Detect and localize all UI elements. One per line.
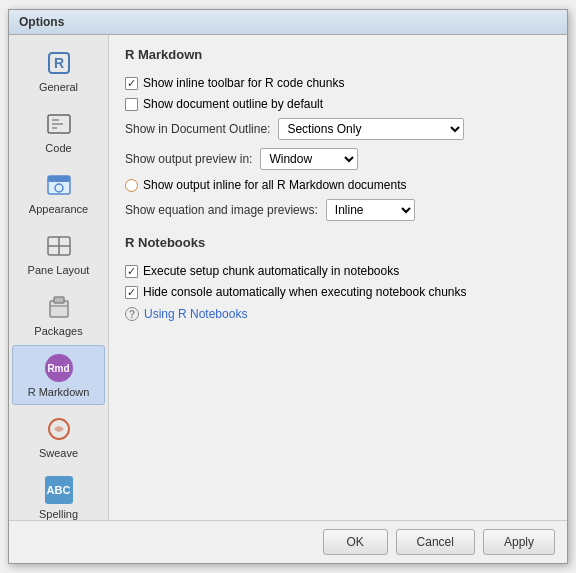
check3-row: Show output inline for all R Markdown do… bbox=[125, 178, 551, 192]
check1-checkbox[interactable]: ✓ bbox=[125, 77, 138, 90]
sidebar-item-packages[interactable]: Packages bbox=[12, 284, 105, 344]
sidebar: R General Code bbox=[9, 35, 109, 520]
sweave-icon bbox=[43, 413, 75, 445]
rmd-icon: Rmd bbox=[43, 352, 75, 384]
equation-label: Show equation and image previews: bbox=[125, 203, 318, 217]
apply-button[interactable]: Apply bbox=[483, 529, 555, 555]
footer: OK Cancel Apply bbox=[9, 520, 567, 563]
sidebar-item-spelling[interactable]: ABC Spelling bbox=[12, 467, 105, 520]
section2-title: R Notebooks bbox=[125, 235, 551, 254]
check5-checkbox[interactable]: ✓ bbox=[125, 286, 138, 299]
sidebar-item-pane-layout[interactable]: Pane Layout bbox=[12, 223, 105, 283]
pane-icon bbox=[43, 230, 75, 262]
preview-label: Show output preview in: bbox=[125, 152, 252, 166]
check3-label[interactable]: Show output inline for all R Markdown do… bbox=[125, 178, 406, 192]
sidebar-label-rmarkdown: R Markdown bbox=[28, 386, 90, 398]
check3-checkbox[interactable] bbox=[125, 179, 138, 192]
options-dialog: Options R General bbox=[8, 9, 568, 564]
section1-title: R Markdown bbox=[125, 47, 551, 66]
code-icon bbox=[43, 108, 75, 140]
general-icon: R bbox=[43, 47, 75, 79]
ok-button[interactable]: OK bbox=[323, 529, 388, 555]
svg-rect-7 bbox=[48, 176, 70, 182]
sidebar-item-appearance[interactable]: Appearance bbox=[12, 162, 105, 222]
help-link-text: Using R Notebooks bbox=[144, 307, 247, 321]
main-panel: R Markdown ✓ Show inline toolbar for R c… bbox=[109, 35, 567, 520]
check4-checkbox[interactable]: ✓ bbox=[125, 265, 138, 278]
sidebar-item-general[interactable]: R General bbox=[12, 40, 105, 100]
appearance-icon bbox=[43, 169, 75, 201]
sidebar-item-code[interactable]: Code bbox=[12, 101, 105, 161]
sidebar-item-rmarkdown[interactable]: Rmd R Markdown bbox=[12, 345, 105, 405]
sidebar-label-sweave: Sweave bbox=[39, 447, 78, 459]
sidebar-label-packages: Packages bbox=[34, 325, 82, 337]
preview-select[interactable]: Window Viewer Pane None bbox=[260, 148, 358, 170]
check5-row: ✓ Hide console automatically when execut… bbox=[125, 285, 551, 299]
equation-row: Show equation and image previews: Inline… bbox=[125, 199, 551, 221]
dialog-title: Options bbox=[19, 15, 64, 29]
content-area: R General Code bbox=[9, 35, 567, 520]
spelling-icon: ABC bbox=[43, 474, 75, 506]
outline-row: Show in Document Outline: Sections Only … bbox=[125, 118, 551, 140]
sidebar-label-code: Code bbox=[45, 142, 71, 154]
sidebar-label-pane-layout: Pane Layout bbox=[28, 264, 90, 276]
help-link[interactable]: ? Using R Notebooks bbox=[125, 307, 551, 321]
svg-text:R: R bbox=[53, 55, 63, 71]
title-bar: Options bbox=[9, 10, 567, 35]
check1-label[interactable]: ✓ Show inline toolbar for R code chunks bbox=[125, 76, 344, 90]
sidebar-label-spelling: Spelling bbox=[39, 508, 78, 520]
check1-row: ✓ Show inline toolbar for R code chunks bbox=[125, 76, 551, 90]
svg-rect-13 bbox=[54, 297, 64, 303]
equation-select[interactable]: Inline In a Tooltip Never bbox=[326, 199, 415, 221]
check2-checkbox[interactable] bbox=[125, 98, 138, 111]
outline-select[interactable]: Sections Only Sections and Named Chunks … bbox=[278, 118, 464, 140]
packages-icon bbox=[43, 291, 75, 323]
check2-row: Show document outline by default bbox=[125, 97, 551, 111]
help-icon: ? bbox=[125, 307, 139, 321]
sidebar-item-sweave[interactable]: Sweave bbox=[12, 406, 105, 466]
check5-label[interactable]: ✓ Hide console automatically when execut… bbox=[125, 285, 467, 299]
sidebar-label-general: General bbox=[39, 81, 78, 93]
preview-row: Show output preview in: Window Viewer Pa… bbox=[125, 148, 551, 170]
sidebar-label-appearance: Appearance bbox=[29, 203, 88, 215]
check4-label[interactable]: ✓ Execute setup chunk automatically in n… bbox=[125, 264, 399, 278]
check2-label[interactable]: Show document outline by default bbox=[125, 97, 323, 111]
cancel-button[interactable]: Cancel bbox=[396, 529, 475, 555]
outline-label: Show in Document Outline: bbox=[125, 122, 270, 136]
notebooks-section: R Notebooks ✓ Execute setup chunk automa… bbox=[125, 235, 551, 321]
check4-row: ✓ Execute setup chunk automatically in n… bbox=[125, 264, 551, 278]
